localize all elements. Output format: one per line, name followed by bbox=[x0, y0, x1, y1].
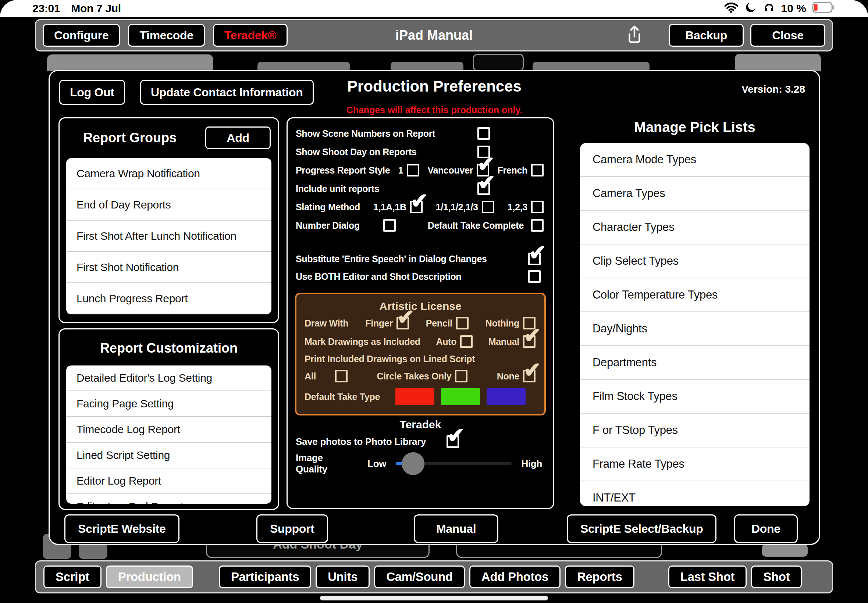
option-label: Finger bbox=[365, 318, 393, 329]
battery-icon bbox=[812, 2, 836, 16]
mark-drawings-auto-checkbox[interactable] bbox=[460, 336, 473, 348]
list-item[interactable]: Camera Types bbox=[580, 177, 809, 211]
teradek-button[interactable]: Teradek® bbox=[213, 24, 288, 47]
pref-label: Progress Report Style bbox=[296, 165, 390, 176]
share-icon[interactable] bbox=[626, 24, 643, 46]
list-item[interactable]: Facing Page Setting bbox=[66, 391, 271, 417]
use-both-descriptions-checkbox[interactable] bbox=[528, 270, 541, 283]
progress-style-french-checkbox[interactable] bbox=[531, 164, 544, 176]
list-item[interactable]: Editor Log Pad Report bbox=[66, 494, 271, 504]
list-item[interactable]: First Shot After Lunch Notification bbox=[66, 221, 271, 252]
warning-text: Changes will affect this production only… bbox=[50, 105, 819, 116]
take-type-red-swatch[interactable] bbox=[395, 388, 434, 405]
list-item[interactable]: Lined Script Setting bbox=[66, 443, 271, 468]
take-type-green-swatch[interactable] bbox=[441, 388, 480, 405]
slating-1-1a-1b-checkbox[interactable] bbox=[410, 201, 422, 213]
done-button[interactable]: Done bbox=[734, 514, 798, 543]
tab-units[interactable]: Units bbox=[316, 566, 370, 588]
print-all-checkbox[interactable] bbox=[335, 370, 348, 382]
pref-label: Image Quality bbox=[296, 452, 356, 475]
default-take-complete-checkbox[interactable] bbox=[531, 219, 544, 232]
list-item[interactable]: First Shot Notification bbox=[66, 252, 271, 283]
tab-last-shot[interactable]: Last Shot bbox=[668, 566, 747, 588]
close-button[interactable]: Close bbox=[750, 24, 825, 47]
pref-label: Save photos to Photo Library bbox=[296, 436, 426, 447]
configure-button[interactable]: Configure bbox=[43, 24, 120, 47]
pref-row: Show Scene Numbers on Report bbox=[296, 124, 545, 143]
tab-production[interactable]: Production bbox=[106, 566, 193, 588]
scripte-website-button[interactable]: ScriptE Website bbox=[64, 514, 179, 543]
option-label: 1/1,1/2,1/3 bbox=[436, 202, 478, 212]
draw-with-finger-checkbox[interactable] bbox=[396, 317, 409, 329]
draw-with-pencil-checkbox[interactable] bbox=[456, 317, 469, 329]
list-item[interactable]: F or TStop Types bbox=[580, 414, 809, 447]
option-label: None bbox=[497, 371, 519, 382]
page-title: iPad Manual bbox=[395, 28, 473, 43]
manage-pick-lists-title: Manage Pick Lists bbox=[580, 119, 809, 135]
timecode-button[interactable]: Timecode bbox=[128, 24, 204, 47]
list-item[interactable]: Day/Nights bbox=[580, 312, 809, 346]
default-take-type-row: Default Take Type bbox=[305, 385, 536, 408]
support-button[interactable]: Support bbox=[256, 514, 328, 543]
add-report-group-button[interactable]: Add bbox=[205, 127, 271, 149]
option-label: Vancouver bbox=[427, 165, 473, 176]
status-time: 23:01 bbox=[32, 2, 60, 15]
list-item[interactable]: Departments bbox=[580, 346, 809, 380]
progress-style-1-checkbox[interactable] bbox=[407, 164, 419, 176]
scripte-select-backup-button[interactable]: ScriptE Select/Backup bbox=[567, 514, 716, 543]
tab-cam-sound[interactable]: Cam/Sound bbox=[374, 566, 465, 588]
list-item[interactable]: Detailed Editor's Log Setting bbox=[66, 365, 271, 391]
number-dialog-checkbox[interactable] bbox=[383, 219, 396, 232]
tab-reports[interactable]: Reports bbox=[565, 566, 634, 588]
backup-button[interactable]: Backup bbox=[668, 24, 744, 47]
list-item[interactable]: Lunch Progress Report bbox=[66, 283, 271, 314]
include-unit-reports-checkbox[interactable] bbox=[477, 182, 490, 195]
tab-script[interactable]: Script bbox=[43, 566, 102, 588]
option-label: French bbox=[497, 165, 528, 176]
tab-shot[interactable]: Shot bbox=[751, 566, 802, 588]
list-item[interactable]: Timecode Log Report bbox=[66, 417, 271, 443]
image-quality-slider[interactable] bbox=[396, 462, 512, 465]
report-groups-title: Report Groups bbox=[83, 130, 176, 145]
pref-label: Default Take Complete bbox=[428, 220, 524, 231]
list-item[interactable]: Film Stock Types bbox=[580, 380, 809, 414]
tab-add-photos[interactable]: Add Photos bbox=[469, 566, 560, 588]
production-preferences-dialog: Log Out Update Contact Information Produ… bbox=[48, 70, 820, 545]
pref-label: Print Included Drawings on Lined Script bbox=[305, 354, 475, 364]
list-item[interactable]: Clip Select Types bbox=[580, 244, 809, 278]
substitute-entire-speech-checkbox[interactable] bbox=[528, 253, 541, 265]
list-item[interactable]: Camera Mode Types bbox=[580, 143, 809, 177]
pick-lists: Camera Mode Types Camera Types Character… bbox=[580, 143, 809, 506]
image-quality-row: Image Quality Low High bbox=[296, 451, 545, 476]
pref-label: Show Shoot Day on Reports bbox=[296, 147, 417, 158]
pref-row: Substitute 'Entire Speech' in Dialog Cha… bbox=[296, 250, 545, 267]
list-item[interactable]: End of Day Reports bbox=[66, 189, 271, 221]
list-item[interactable]: Frame Rate Types bbox=[580, 447, 809, 481]
list-item[interactable]: INT/EXT bbox=[580, 481, 809, 506]
tab-participants[interactable]: Participants bbox=[219, 566, 311, 588]
low-label: Low bbox=[367, 458, 386, 470]
save-photos-checkbox[interactable] bbox=[447, 435, 459, 448]
home-indicator[interactable] bbox=[320, 596, 548, 600]
list-item[interactable]: Editor Log Report bbox=[66, 468, 271, 494]
pref-label: Number Dialog bbox=[296, 220, 360, 231]
list-item[interactable]: Color Temperature Types bbox=[580, 278, 809, 312]
background-remnant bbox=[473, 54, 524, 71]
manual-button[interactable]: Manual bbox=[414, 514, 498, 543]
print-circle-takes-checkbox[interactable] bbox=[455, 370, 467, 382]
pref-row: Show Shoot Day on Reports bbox=[296, 143, 545, 161]
status-bar: 23:01 Mon 7 Jul 10 % bbox=[0, 0, 868, 17]
list-item[interactable]: Character Types bbox=[580, 211, 809, 244]
option-label: 1,1A,1B bbox=[373, 202, 407, 212]
slating-1-2-3-checkbox[interactable] bbox=[531, 201, 544, 213]
report-customization-panel: Report Customization Detailed Editor's L… bbox=[59, 328, 279, 510]
top-toolbar: Configure Timecode Teradek® iPad Manual … bbox=[35, 19, 833, 51]
take-type-blue-swatch[interactable] bbox=[487, 388, 526, 405]
slating-fraction-checkbox[interactable] bbox=[482, 201, 494, 213]
mark-drawings-manual-checkbox[interactable] bbox=[523, 336, 535, 348]
print-none-checkbox[interactable] bbox=[523, 370, 535, 382]
artistic-license-title: Artistic License bbox=[305, 298, 536, 314]
list-item[interactable]: Camera Wrap Notification bbox=[66, 158, 271, 189]
image-quality-thumb[interactable] bbox=[402, 452, 424, 475]
show-scene-numbers-checkbox[interactable] bbox=[477, 127, 490, 140]
